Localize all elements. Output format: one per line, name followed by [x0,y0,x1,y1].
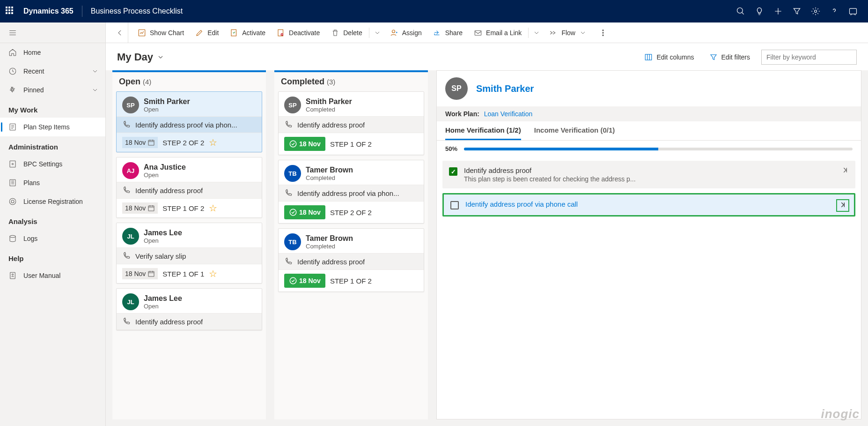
help-icon[interactable] [825,0,844,22]
cmd-show-chart[interactable]: Show Chart [132,24,190,41]
avatar: TB [284,233,301,250]
filter-icon[interactable] [787,0,806,22]
open-item-button[interactable] [839,165,851,176]
avatar: SP [284,97,301,113]
cmd-email-dropdown[interactable] [530,24,544,41]
workplan-link[interactable]: Loan Verification [484,110,533,118]
cmd-share[interactable]: Share [427,24,468,41]
nav-label: User Manual [23,272,99,279]
nav-bpc-settings[interactable]: BPC Settings [0,155,105,173]
nav-pinned[interactable]: Pinned [0,81,105,99]
brand[interactable]: Dynamics 365 [23,7,74,15]
svg-rect-14 [231,30,236,36]
cmd-label: Activate [242,29,265,37]
avatar: TB [284,165,301,182]
edit-filters-button[interactable]: Edit filters [706,50,754,64]
sidebar-toggle[interactable] [0,22,105,43]
section-analysis: Analysis [0,211,105,229]
column-count: (3) [327,78,335,86]
svg-point-20 [603,32,603,33]
nav-label: Recent [23,67,85,75]
command-bar: Show Chart Edit Activate Deactivate Dele… [106,22,868,43]
plan-item[interactable]: Identify address proofThis plan step is … [442,161,855,188]
card[interactable]: JLJames LeeOpenVerify salary slip18 NovS… [116,223,262,284]
nav-plan-step-items[interactable]: Plan Step Items [0,118,105,136]
view-selector[interactable]: My Day [117,51,164,63]
plan-item-title: Identify address proof [464,166,849,174]
progress-bar [464,148,853,150]
app-name: Business Process Checklist [91,7,183,15]
card[interactable]: AJAna JusticeOpenIdentify address proof1… [116,157,262,218]
avatar: SP [445,77,468,100]
tab[interactable]: Income Verification (0/1) [534,126,615,140]
plan-item-title[interactable]: Identify address proof via phone call [465,200,847,208]
filter-input[interactable] [766,53,852,61]
star-icon: ☆ [209,137,217,148]
svg-rect-5 [10,161,15,167]
assistant-icon[interactable] [844,0,862,22]
avatar: JL [122,228,139,245]
date-chip: 18 Nov [284,205,325,219]
cmd-edit[interactable]: Edit [190,24,224,41]
lightbulb-icon[interactable] [750,0,769,22]
workplan-label: Work Plan: [445,110,479,118]
svg-rect-18 [475,30,481,35]
nav-logs[interactable]: Logs [0,229,105,248]
nav-recent[interactable]: Recent [0,62,105,81]
edit-columns-button[interactable]: Edit columns [640,50,698,64]
svg-point-9 [11,200,14,203]
add-icon[interactable] [769,0,787,22]
cmd-flow[interactable]: Flow [544,24,592,41]
filter-keyword-field[interactable] [761,50,857,65]
nav-user-manual[interactable]: User Manual [0,266,105,285]
checkbox[interactable] [449,167,457,176]
open-item-button[interactable] [836,199,849,212]
cmd-email-link[interactable]: Email a Link [468,24,527,41]
svg-point-8 [9,198,16,205]
cmd-assign[interactable]: Assign [384,24,427,41]
svg-point-6 [12,164,14,165]
card[interactable]: TBTamer BrownCompletedIdentify address p… [278,228,424,292]
view-title: My Day [117,51,153,63]
svg-point-19 [603,30,603,30]
svg-point-12 [12,274,14,275]
card[interactable]: SPSmith ParkerOpenIdentify address proof… [116,91,262,152]
tool-label: Edit columns [656,53,694,61]
settings-icon[interactable] [806,0,825,22]
card[interactable]: TBTamer BrownCompletedIdentify address p… [278,160,424,224]
cmd-more[interactable] [596,29,610,37]
date-chip: 18 Nov [122,202,158,214]
card-status: Open [144,303,182,310]
svg-rect-25 [148,271,154,277]
plan-item[interactable]: Identify address proof via phone call [442,193,855,217]
cmd-delete[interactable]: Delete [325,24,368,41]
card-person: Tamer Brown [306,234,353,243]
avatar: AJ [122,162,139,179]
nav-label: Home [23,49,99,56]
nav-label: Logs [23,235,99,242]
contact-name-link[interactable]: Smith Parker [476,83,534,94]
card-task: Verify salary slip [135,252,186,260]
date-chip: 18 Nov [122,137,158,148]
card-status: Completed [306,106,352,113]
nav-home[interactable]: Home [0,43,105,62]
tab[interactable]: Home Verification (1/2) [445,126,521,140]
card[interactable]: JLJames LeeOpenIdentify address proof [116,288,262,330]
cmd-delete-dropdown[interactable] [370,24,384,41]
nav-license[interactable]: License Registration [0,192,105,211]
chevron-down-icon [91,67,99,75]
card[interactable]: SPSmith ParkerCompletedIdentify address … [278,91,424,155]
app-launcher-icon[interactable] [6,7,15,16]
card-person: James Lee [144,228,182,237]
nav-label: License Registration [23,198,99,205]
cmd-deactivate[interactable]: Deactivate [271,24,325,41]
cmd-label: Delete [343,29,362,37]
cmd-activate[interactable]: Activate [224,24,271,41]
nav-plans[interactable]: Plans [0,173,105,192]
checkbox[interactable] [450,201,459,209]
star-icon: ☆ [209,268,217,279]
search-icon[interactable] [731,0,750,22]
card-status: Open [144,172,186,179]
nav-label: Plan Step Items [23,123,99,131]
back-button[interactable] [111,22,128,43]
